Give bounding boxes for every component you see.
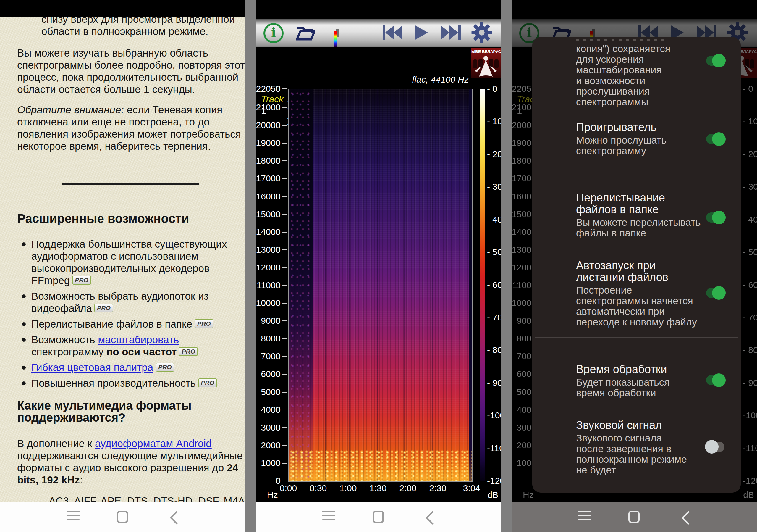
- setting-processing-time[interactable]: Время обработки Будет показываться время…: [576, 363, 703, 398]
- db-colorbar: [480, 89, 485, 481]
- setting-sound-signal[interactable]: Звуковой сигнал Звукового сигнала после …: [576, 419, 703, 475]
- paragraph-formats: В дополнение к аудиоформатам Android под…: [17, 437, 243, 486]
- list-item: Гибкая цветовая палитраPRO: [17, 361, 227, 373]
- list-item: Возможность выбрать аудиопоток из видеоф…: [17, 290, 227, 314]
- toggle-processing-time[interactable]: [706, 375, 724, 385]
- home-icon[interactable]: [117, 511, 128, 523]
- db-axis: - 0- 10- 20- 30- 40- 50- 60- 70- 80- 90-…: [487, 89, 501, 481]
- horizontal-rule: [62, 183, 199, 185]
- home-icon[interactable]: [628, 511, 640, 523]
- settings-screen: i: [512, 0, 757, 532]
- setting-player[interactable]: Проигрыватель Можно прослушать спектрогр…: [576, 121, 703, 156]
- recents-icon[interactable]: [67, 511, 79, 523]
- divider: [535, 337, 738, 338]
- time-axis: 0:000:301:001:302:002:303:04: [288, 483, 472, 494]
- palette-link[interactable]: Гибкая цветовая палитра: [31, 361, 153, 373]
- settings-sheet: копия") сохраняется для ускорения масшта…: [532, 37, 741, 493]
- spectrogram-plot: 2205021000200001900018000170001600015000…: [256, 0, 501, 532]
- android-navbar: [256, 502, 501, 532]
- toggle-folder-browsing[interactable]: [706, 212, 724, 223]
- paragraph-note: Обратите внимание: если Теневая копия от…: [17, 104, 241, 152]
- android-navbar: [512, 502, 757, 532]
- list-item: Повышенная производительностьPRO: [17, 377, 227, 389]
- list-item: Возможность масштабировать спектрограмму…: [17, 333, 227, 358]
- three-screenshot-collage: снизу вверх для просмотра выделенной обл…: [0, 0, 757, 532]
- list-item: Перелистывание файлов в папкеPRO: [17, 318, 227, 330]
- db-unit-label: dB: [487, 490, 498, 500]
- setting-autostart[interactable]: Автозапуск при листании файлов Построени…: [576, 260, 703, 327]
- list-item: Поддержка большинства существующихаудиоф…: [17, 238, 227, 286]
- recents-icon[interactable]: [578, 511, 591, 523]
- panel-separator: [501, 0, 512, 532]
- back-icon[interactable]: [168, 511, 179, 525]
- toggle-autostart[interactable]: [706, 288, 724, 298]
- home-icon[interactable]: [373, 511, 384, 523]
- android-formats-link[interactable]: аудиоформатам Android: [95, 438, 212, 449]
- pro-badge: PRO: [198, 378, 217, 387]
- back-icon[interactable]: [424, 511, 435, 525]
- section-heading-formats: Какие мультимедиа форматыподдерживаются?: [17, 399, 192, 424]
- feature-list: Поддержка большинства существующихаудиоф…: [17, 238, 227, 392]
- android-navbar: [0, 502, 245, 532]
- toggle-sound-signal[interactable]: [706, 442, 724, 452]
- divider: [535, 166, 738, 166]
- frequency-axis: 2205021000200001900018000170001600015000…: [256, 89, 287, 481]
- setting-shadow-copy[interactable]: копия") сохраняется для ускорения масшта…: [576, 43, 703, 107]
- spectrogram-canvas[interactable]: [288, 89, 473, 482]
- pro-badge: PRO: [72, 276, 91, 285]
- paragraph-zoom-hint: Вы можете изучать выбранную областьспект…: [17, 47, 245, 95]
- pro-badge: PRO: [179, 347, 198, 356]
- panel-separator: [245, 0, 256, 532]
- recents-icon[interactable]: [322, 511, 335, 523]
- toggle-shadow-copy[interactable]: [706, 56, 724, 66]
- help-document-screen: снизу вверх для просмотра выделенной обл…: [0, 0, 245, 532]
- back-icon[interactable]: [680, 511, 690, 525]
- hz-unit-label: Hz: [267, 490, 278, 500]
- clipped-text-remnant: [576, 39, 665, 41]
- scale-link[interactable]: масштабировать: [98, 334, 179, 345]
- spectrogram-player-screen: i: [256, 0, 501, 532]
- document-body[interactable]: снизу вверх для просмотра выделенной обл…: [0, 0, 245, 532]
- toggle-player[interactable]: [706, 134, 724, 144]
- section-heading-advanced-features: Расширенные возможности: [17, 212, 189, 225]
- pro-badge: PRO: [156, 363, 174, 372]
- pro-badge: PRO: [94, 303, 113, 312]
- setting-folder-browsing[interactable]: Перелистывание файлов в папке Вы можете …: [576, 192, 703, 238]
- pro-badge: PRO: [195, 319, 214, 328]
- status-bar: [0, 0, 245, 17]
